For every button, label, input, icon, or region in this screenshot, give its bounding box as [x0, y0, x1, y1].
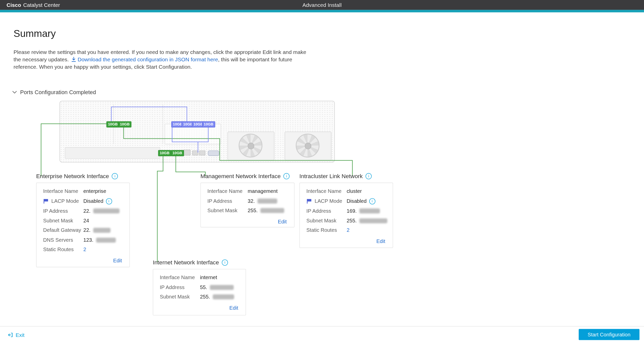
card-title-text: Intracluster Link Network — [299, 173, 363, 179]
row-value: 55. — [200, 284, 234, 290]
row-value: 22. — [83, 208, 120, 214]
download-json-link[interactable]: Download the generated configuration in … — [70, 56, 218, 62]
card-row: Default Gateway 22. — [43, 227, 123, 233]
card-row: Subnet Mask 255. — [160, 294, 239, 300]
card-title-text: Internet Network Interface — [153, 259, 219, 266]
row-label: Subnet Mask — [306, 218, 347, 224]
download-link-text: Download the generated configuration in … — [78, 56, 218, 62]
edit-management-link[interactable]: Edit — [277, 218, 287, 225]
row-label: Interface Name — [160, 275, 200, 281]
page-title: Summary — [13, 28, 56, 39]
row-value: 169. — [347, 208, 380, 214]
redacted-value — [258, 198, 278, 203]
vga-port — [208, 150, 219, 156]
redacted-value — [260, 208, 284, 213]
info-icon[interactable]: i — [112, 173, 118, 179]
card-body: Interface Name management IP Address 32.… — [201, 183, 295, 227]
row-label: Static Routes — [43, 247, 83, 253]
card-row: Subnet Mask 255. — [207, 208, 287, 213]
ethernet-port — [183, 150, 191, 155]
edit-row: Edit — [43, 256, 123, 264]
row-value: 22. — [83, 227, 111, 233]
redacted-value — [93, 208, 119, 213]
exit-icon — [7, 332, 13, 337]
row-label: LACP Mode — [306, 198, 347, 204]
row-label-text: LACP Mode — [315, 198, 342, 204]
card-row: DNS Servers 123. — [43, 237, 123, 243]
row-label: IP Address — [160, 284, 200, 290]
wizard-title: Advanced Install — [302, 2, 342, 8]
card-row: IP Address 32. — [207, 198, 287, 204]
fan-icon — [239, 134, 263, 158]
info-icon[interactable]: i — [106, 198, 112, 204]
card-row: Interface Name management — [207, 188, 287, 194]
exit-button[interactable]: Exit — [7, 332, 24, 338]
info-icon[interactable]: i — [284, 173, 290, 179]
edit-enterprise-link[interactable]: Edit — [112, 257, 123, 264]
card-title: Internet Network Interface i — [153, 259, 246, 266]
row-label: Subnet Mask — [207, 208, 248, 213]
lacp-flag-icon — [43, 198, 49, 204]
value-prefix: 32. — [248, 198, 255, 204]
redacted-value — [210, 285, 234, 290]
info-icon[interactable]: i — [222, 259, 228, 265]
card-row: Interface Name cluster — [306, 188, 386, 194]
row-label: LACP Mode — [43, 198, 83, 204]
value-prefix: 123. — [83, 237, 93, 243]
ports-config-section-toggle[interactable]: Ports Configuration Completed — [12, 89, 96, 95]
row-label: Interface Name — [207, 188, 248, 194]
card-title-text: Enterprise Network Interface — [36, 173, 109, 179]
intracluster-link-card: Intracluster Link Network i Interface Na… — [299, 173, 393, 248]
edit-row: Edit — [207, 217, 287, 225]
ports-config-section-title: Ports Configuration Completed — [20, 89, 96, 95]
card-title: Intracluster Link Network i — [299, 173, 393, 179]
redacted-value — [360, 208, 380, 213]
row-value: 255. — [200, 294, 234, 300]
row-value: 32. — [248, 198, 277, 204]
enterprise-interface-card: Enterprise Network Interface i Interface… — [36, 173, 130, 267]
row-label-text: LACP Mode — [51, 198, 79, 204]
lacp-value: Disabled — [83, 198, 103, 204]
row-label: DNS Servers — [43, 237, 83, 243]
card-row: Static Routes 2 — [306, 227, 386, 233]
card-row: Static Routes 2 — [43, 247, 123, 253]
info-icon[interactable]: i — [369, 198, 375, 204]
value-prefix: 255. — [347, 218, 357, 224]
top-bar: Cisco Catalyst Center Advanced Install — [0, 0, 644, 10]
info-icon[interactable]: i — [365, 173, 372, 179]
card-title-text: Management Network Interface — [201, 173, 281, 179]
redacted-value — [96, 237, 116, 242]
management-interface-card: Management Network Interface i Interface… — [201, 173, 295, 227]
usb-port — [192, 150, 198, 155]
edit-internet-link[interactable]: Edit — [228, 304, 239, 311]
usb-port — [199, 150, 205, 155]
power-supply-1 — [227, 132, 274, 160]
row-label: IP Address — [43, 208, 83, 214]
page: Cisco Catalyst Center Advanced Install S… — [0, 0, 644, 343]
card-title: Management Network Interface i — [201, 173, 295, 179]
lacp-value: Disabled — [347, 198, 367, 204]
row-value: 123. — [83, 237, 116, 243]
card-row: Subnet Mask 24 — [43, 218, 123, 224]
start-configuration-button[interactable]: Start Configuration — [579, 329, 640, 340]
internet-interface-card: Internet Network Interface i Interface N… — [153, 259, 246, 315]
chevron-down-icon — [12, 91, 17, 94]
card-row: IP Address 169. — [306, 208, 386, 214]
port-badge-10gb: 10GB — [118, 121, 131, 127]
row-value: enterprise — [83, 188, 106, 194]
redacted-value — [93, 228, 111, 233]
row-label: Subnet Mask — [43, 218, 83, 224]
static-routes-link[interactable]: 2 — [347, 227, 349, 233]
edit-intracluster-link[interactable]: Edit — [376, 237, 386, 245]
row-value: management — [248, 188, 278, 194]
static-routes-link[interactable]: 2 — [83, 247, 86, 253]
row-label: Default Gateway — [43, 227, 83, 233]
brand-cisco: Cisco — [7, 2, 21, 8]
row-value: 255. — [248, 208, 284, 213]
intro-text: Please review the settings that you have… — [13, 49, 313, 71]
value-prefix: 22. — [83, 208, 90, 214]
card-row: Interface Name enterprise — [43, 188, 123, 194]
brand-product: Catalyst Center — [23, 2, 60, 8]
lacp-flag-icon — [306, 198, 312, 204]
port-badge-10gb: 10GB — [106, 121, 119, 127]
